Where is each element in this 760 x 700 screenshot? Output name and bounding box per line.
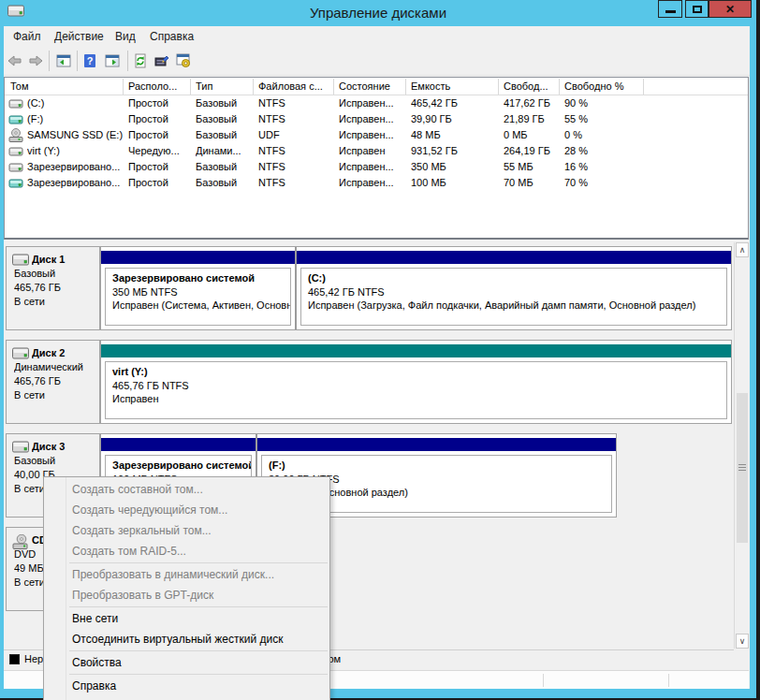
- console-tree-button[interactable]: [56, 53, 71, 68]
- column-header-1[interactable]: Располо...: [128, 78, 192, 95]
- scrollbar-thumb[interactable]: [737, 393, 748, 543]
- cell-r4-c0: Зарезервировано...: [27, 159, 124, 175]
- status-separator: [668, 674, 669, 687]
- properties-button[interactable]: [176, 53, 191, 68]
- volume-row-4[interactable]: Зарезервировано...ПростойБазовыйNTFSИспр…: [5, 159, 748, 175]
- partition-status: Исправен (Загрузка, Файл подкачки, Авари…: [308, 299, 727, 312]
- column-header-0[interactable]: Том: [10, 78, 124, 95]
- close-button[interactable]: ✕: [709, 0, 752, 18]
- forward-button[interactable]: [28, 53, 43, 68]
- disk-area-0[interactable]: Зарезервировано системой350 МБ NTFSИспра…: [100, 246, 732, 330]
- menu-view[interactable]: Вид: [115, 26, 136, 47]
- cell-r4-c6: 55 МБ: [504, 159, 561, 175]
- column-separator[interactable]: [643, 79, 644, 95]
- volume-row-3[interactable]: virt (Y:)Чередую...Динами...NTFSИсправен…: [5, 143, 748, 159]
- help-button[interactable]: ?: [82, 53, 97, 68]
- toolbar-separator: [127, 51, 128, 71]
- cell-r2-c7: 0 %: [564, 127, 645, 143]
- maximize-button[interactable]: [685, 0, 709, 18]
- cell-r5-c7: 70 %: [564, 175, 645, 191]
- context-menu-item-11[interactable]: Свойства: [45, 652, 329, 673]
- column-header-5[interactable]: Емкость: [411, 78, 500, 95]
- legend-color-swatch: [9, 654, 20, 664]
- titlebar[interactable]: Управление дисками ✕: [0, 0, 756, 26]
- column-separator[interactable]: [498, 79, 499, 95]
- column-separator[interactable]: [333, 79, 334, 95]
- context-menu-item-3: Создать том RAID-5...: [45, 541, 329, 561]
- partition-0-0[interactable]: Зарезервировано системой350 МБ NTFSИспра…: [101, 247, 295, 329]
- disk-area-1[interactable]: virt (Y:)465,76 ГБ NTFSИсправен: [100, 340, 732, 424]
- menu-file[interactable]: Файл: [13, 26, 41, 47]
- cell-r2-c5: 48 МБ: [411, 127, 500, 143]
- column-header-6[interactable]: Свобод...: [504, 78, 561, 95]
- cell-r4-c1: Простой: [128, 159, 192, 175]
- context-menu-item-8[interactable]: Вне сети: [45, 608, 329, 629]
- partition-1-0[interactable]: virt (Y:)465,76 ГБ NTFSИсправен: [101, 341, 731, 423]
- column-header-4[interactable]: Состояние: [339, 78, 407, 95]
- partition-info-box: (C:)465,42 ГБ NTFSИсправен (Загрузка, Фа…: [300, 268, 727, 326]
- cell-r5-c5: 100 МБ: [411, 175, 500, 191]
- rescan-disks-icon: [154, 53, 169, 68]
- cell-r5-c1: Простой: [128, 175, 192, 191]
- context-menu-separator: [69, 650, 328, 651]
- partition-name: Зарезервировано системой: [112, 271, 291, 284]
- volume-row-0[interactable]: (C:)ПростойБазовыйNTFSИсправен...465,42 …: [5, 95, 748, 111]
- vertical-scrollbar[interactable]: ∧ ∨: [734, 242, 749, 649]
- window-title: Управление дисками: [0, 0, 756, 25]
- cell-r2-c1: Простой: [128, 127, 192, 143]
- column-header-3[interactable]: Файловая с...: [258, 78, 335, 95]
- partition-status: Исправен (Система, Активен, Основной раз…: [112, 299, 291, 312]
- disk-kind: Динамический: [14, 360, 98, 374]
- column-separator[interactable]: [123, 79, 124, 95]
- back-button[interactable]: [7, 53, 22, 68]
- disk-kind: Базовый: [14, 454, 98, 468]
- column-separator[interactable]: [405, 79, 406, 95]
- disk-name: Диск 3: [32, 440, 99, 454]
- help-icon: ?: [82, 53, 97, 68]
- menu-action[interactable]: Действие: [54, 26, 104, 47]
- desktop-edge-right: [756, 0, 760, 700]
- toolbar-separator: [77, 51, 78, 71]
- context-menu-item-9[interactable]: Отсоединить виртуальный жесткий диск: [45, 629, 329, 649]
- column-header-2[interactable]: Тип: [196, 78, 255, 95]
- disk-status: В сети: [14, 295, 98, 309]
- close-icon: ✕: [709, 1, 751, 18]
- cell-r2-c6: 0 МБ: [504, 127, 561, 143]
- cell-r3-c4: Исправен: [339, 143, 407, 159]
- cell-r5-c4: Исправен...: [339, 175, 407, 191]
- scrollbar-grip: [738, 467, 746, 468]
- column-separator[interactable]: [253, 79, 254, 95]
- volume-list-pane: ТомРасполо...ТипФайловая с...СостояниеЕм…: [4, 77, 749, 240]
- disk-panel-0[interactable]: Диск 1Базовый465,76 ГБВ сети: [6, 246, 100, 330]
- cd-drive-icon: [8, 128, 23, 142]
- partition-color-band: [257, 438, 616, 451]
- column-separator[interactable]: [190, 79, 191, 95]
- scroll-up-button[interactable]: ∧: [736, 242, 749, 257]
- menu-help[interactable]: Справка: [150, 26, 194, 47]
- action-pane-button[interactable]: [105, 53, 120, 68]
- action-pane-icon: [105, 53, 120, 68]
- cell-r1-c7: 55 %: [564, 111, 645, 127]
- cell-r1-c2: Базовый: [196, 111, 255, 127]
- context-menu-item-5: Преобразовать в динамический диск...: [45, 564, 329, 585]
- cell-r0-c0: (C:): [27, 95, 124, 111]
- disk-name: Диск 1: [32, 253, 99, 267]
- volume-row-1[interactable]: (F:)ПростойБазовыйNTFSИсправен...39,90 Г…: [5, 111, 748, 127]
- cell-r4-c3: NTFS: [258, 159, 335, 175]
- volume-row-2[interactable]: SAMSUNG SSD (E:)ПростойБазовыйUDFИсправе…: [5, 127, 748, 143]
- partition-0-1[interactable]: (C:)465,42 ГБ NTFSИсправен (Загрузка, Фа…: [297, 247, 731, 329]
- minimize-button[interactable]: [658, 0, 682, 18]
- column-separator[interactable]: [559, 79, 560, 95]
- context-menu-item-13[interactable]: Справка: [45, 676, 329, 696]
- refresh-button[interactable]: [133, 53, 148, 68]
- rescan-disks-button[interactable]: [154, 53, 169, 68]
- partition-color-band: [297, 251, 731, 264]
- column-header-7[interactable]: Свободно %: [564, 78, 645, 95]
- disk-panel-1[interactable]: Диск 2Динамический465,76 ГБВ сети: [6, 340, 100, 424]
- cell-r1-c5: 39,90 ГБ: [411, 111, 500, 127]
- volume-row-5[interactable]: Зарезервировано...ПростойБазовыйNTFSИспр…: [5, 175, 748, 191]
- cell-r3-c2: Динами...: [196, 143, 255, 159]
- scroll-down-button[interactable]: ∨: [736, 634, 749, 649]
- drive-gray-icon: [8, 160, 23, 174]
- disk-management-icon: [7, 5, 22, 20]
